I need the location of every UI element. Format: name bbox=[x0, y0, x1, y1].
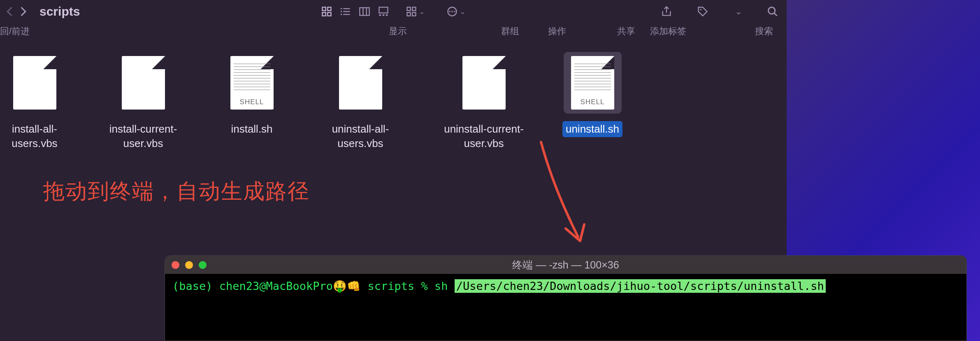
file-item[interactable]: install-current-user.vbs bbox=[98, 52, 188, 152]
svg-rect-3 bbox=[327, 12, 331, 16]
file-name: install.sh bbox=[228, 121, 276, 137]
svg-rect-16 bbox=[386, 14, 388, 16]
chevron-left-icon bbox=[4, 6, 16, 17]
svg-point-22 bbox=[449, 11, 451, 12]
file-icon bbox=[339, 56, 382, 110]
label-action: 操作 bbox=[548, 25, 566, 37]
svg-rect-1 bbox=[327, 7, 331, 11]
tag-button[interactable] bbox=[697, 6, 708, 17]
svg-rect-2 bbox=[323, 12, 326, 16]
svg-point-24 bbox=[454, 11, 455, 12]
terminal-titlebar[interactable]: 终端 — -zsh — 100×36 bbox=[165, 256, 966, 274]
file-grid: install-all-users.vbs install-current-us… bbox=[0, 40, 787, 164]
svg-point-7 bbox=[341, 8, 342, 9]
label-group: 群组 bbox=[501, 25, 519, 37]
file-icon bbox=[462, 56, 506, 110]
svg-rect-20 bbox=[412, 12, 416, 16]
toolbar-labels: 回/前进 显示 群组 操作 共享 添加标签 搜索 bbox=[0, 23, 787, 40]
finder-toolbar: scripts ⌄ ⌄ ⌄ bbox=[0, 0, 787, 23]
label-back: 回/前进 bbox=[0, 25, 30, 37]
svg-line-27 bbox=[774, 13, 777, 16]
shell-file-icon: SHELL bbox=[230, 56, 274, 110]
view-icons-button[interactable] bbox=[321, 6, 332, 17]
svg-rect-14 bbox=[379, 14, 381, 16]
file-name: install-current-user.vbs bbox=[98, 121, 188, 152]
group-button[interactable]: ⌄ bbox=[406, 6, 425, 17]
svg-rect-13 bbox=[379, 7, 388, 13]
traffic-lights bbox=[172, 261, 207, 269]
chevron-down-icon: ⌄ bbox=[460, 7, 466, 16]
file-item[interactable]: uninstall-all-users.vbs bbox=[315, 52, 406, 152]
view-columns-button[interactable] bbox=[359, 6, 370, 17]
file-name: install-all-users.vbs bbox=[4, 121, 65, 152]
file-name: uninstall-all-users.vbs bbox=[315, 121, 406, 152]
toolbar-right: ⌄ bbox=[661, 6, 778, 17]
search-button[interactable] bbox=[767, 6, 778, 17]
share-button[interactable] bbox=[661, 6, 672, 17]
svg-point-9 bbox=[341, 14, 342, 15]
svg-point-25 bbox=[700, 9, 702, 10]
svg-rect-15 bbox=[383, 14, 385, 16]
terminal-path: /Users/chen23/Downloads/jihuo-tool/scrip… bbox=[455, 279, 826, 293]
terminal-title: 终端 — -zsh — 100×36 bbox=[512, 258, 619, 272]
label-share: 共享 bbox=[617, 25, 635, 37]
file-icon bbox=[13, 56, 56, 110]
label-tag: 添加标签 bbox=[650, 25, 686, 37]
nav-buttons bbox=[4, 6, 29, 17]
view-list-button[interactable] bbox=[340, 6, 351, 17]
svg-rect-0 bbox=[323, 7, 326, 11]
file-name: uninstall.sh bbox=[562, 121, 622, 137]
label-view: 显示 bbox=[389, 25, 407, 37]
minimize-button[interactable] bbox=[185, 261, 193, 269]
svg-point-8 bbox=[341, 11, 342, 12]
svg-rect-10 bbox=[360, 8, 369, 16]
chevron-right-icon bbox=[17, 6, 29, 17]
chevron-down-icon[interactable]: ⌄ bbox=[735, 6, 742, 17]
annotation-text: 拖动到终端，自动生成路径 bbox=[43, 177, 310, 206]
file-item[interactable]: install-all-users.vbs bbox=[4, 52, 65, 152]
toolbar-view-controls: ⌄ ⌄ bbox=[321, 6, 466, 17]
svg-rect-19 bbox=[407, 12, 411, 16]
view-gallery-button[interactable] bbox=[378, 6, 389, 17]
label-search: 搜索 bbox=[755, 25, 773, 37]
file-name: uninstall-current-user.vbs bbox=[439, 121, 529, 152]
terminal-body[interactable]: (base) chen23@MacBookPro🤑👊 scripts % sh … bbox=[165, 274, 966, 341]
nav-back-button[interactable] bbox=[4, 6, 16, 17]
nav-forward-button[interactable] bbox=[17, 6, 29, 17]
terminal-window[interactable]: 终端 — -zsh — 100×36 (base) chen23@MacBook… bbox=[165, 255, 967, 341]
finder-title: scripts bbox=[39, 5, 80, 19]
file-item[interactable]: uninstall-current-user.vbs bbox=[439, 52, 529, 152]
file-item[interactable]: SHELL install.sh bbox=[221, 52, 282, 137]
svg-rect-17 bbox=[407, 7, 411, 11]
svg-rect-18 bbox=[412, 7, 416, 11]
svg-point-26 bbox=[769, 7, 775, 14]
maximize-button[interactable] bbox=[199, 261, 207, 269]
shell-file-icon: SHELL bbox=[571, 56, 614, 110]
file-item-selected[interactable]: SHELL uninstall.sh bbox=[562, 52, 623, 137]
file-icon bbox=[122, 56, 165, 110]
terminal-prompt: (base) chen23@MacBookPro🤑👊 scripts % sh bbox=[172, 280, 455, 292]
chevron-down-icon: ⌄ bbox=[419, 7, 425, 16]
svg-point-23 bbox=[451, 11, 453, 12]
close-button[interactable] bbox=[172, 261, 179, 269]
annotation-arrow bbox=[525, 138, 599, 253]
action-button[interactable]: ⌄ bbox=[446, 6, 466, 17]
